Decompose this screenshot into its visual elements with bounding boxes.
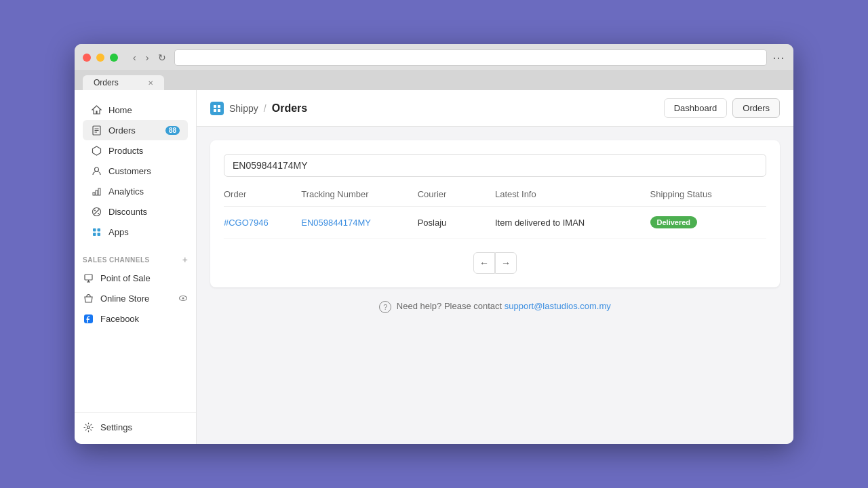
shipping-status: Delivered [650, 216, 766, 228]
svg-point-4 [94, 167, 98, 171]
tab-title: Orders [94, 78, 119, 87]
column-order: Order [224, 189, 301, 199]
sidebar-item-label: Discounts [108, 207, 147, 217]
svg-rect-12 [93, 228, 96, 232]
sidebar-item-label: Settings [100, 422, 132, 432]
content-area: Order Tracking Number Courier Latest Inf… [197, 127, 793, 444]
svg-rect-24 [218, 105, 220, 108]
browser-navigation: ‹ › ↻ [130, 51, 169, 64]
browser-menu-button[interactable]: ⋯ [772, 50, 785, 65]
tab-close-button[interactable]: ✕ [148, 79, 153, 87]
sidebar-item-settings[interactable]: Settings [75, 417, 196, 437]
svg-rect-23 [214, 105, 216, 108]
sidebar-item-label: Analytics [108, 186, 144, 197]
app-name: Shippy [229, 103, 258, 114]
column-courier: Courier [418, 189, 495, 199]
main-content: Shippy / Orders Dashboard Orders Order T… [197, 90, 793, 444]
svg-point-11 [98, 213, 99, 214]
svg-point-22 [87, 426, 90, 428]
search-card: Order Tracking Number Courier Latest Inf… [210, 140, 780, 287]
sidebar-item-label: Products [108, 146, 143, 156]
orders-button[interactable]: Orders [732, 98, 780, 118]
app-icon [210, 102, 224, 115]
sidebar-item-label: Online Store [100, 293, 149, 304]
settings-icon [83, 422, 94, 432]
sidebar-item-label: Apps [108, 227, 129, 237]
column-status: Shipping Status [650, 189, 766, 199]
breadcrumb-separator: / [264, 103, 267, 114]
header-actions: Dashboard Orders [664, 98, 780, 118]
sidebar: Home Orders 88 [75, 90, 197, 444]
search-input[interactable] [224, 154, 766, 177]
titlebar: ‹ › ↻ ⋯ [75, 44, 793, 71]
sidebar-item-apps[interactable]: Apps [83, 222, 188, 242]
close-button[interactable] [83, 54, 91, 62]
sidebar-item-discounts[interactable]: Discounts [83, 201, 188, 222]
svg-rect-14 [93, 232, 96, 236]
help-text: Need help? Please contact [397, 301, 505, 311]
sidebar-item-label: Home [108, 105, 132, 115]
maximize-button[interactable] [110, 54, 118, 62]
dashboard-button[interactable]: Dashboard [664, 98, 728, 118]
sidebar-item-facebook[interactable]: Facebook [75, 308, 196, 329]
svg-rect-7 [98, 188, 100, 195]
support-email-link[interactable]: support@lastudios.com.my [505, 301, 611, 311]
sidebar-item-customers[interactable]: Customers [83, 161, 188, 181]
sidebar-item-label: Customers [108, 166, 151, 176]
sidebar-item-analytics[interactable]: Analytics [83, 181, 188, 201]
svg-rect-16 [85, 274, 92, 280]
help-icon: ? [379, 301, 391, 313]
pagination: ← → [224, 252, 766, 274]
forward-button[interactable]: › [143, 51, 152, 64]
help-bar: ? Need help? Please contact support@last… [210, 287, 780, 327]
back-button[interactable]: ‹ [130, 51, 139, 64]
next-page-button[interactable]: → [495, 252, 517, 274]
svg-rect-5 [93, 192, 95, 195]
sidebar-item-label: Orders [108, 125, 136, 136]
orders-icon [91, 125, 102, 136]
reload-button[interactable]: ↻ [155, 51, 169, 64]
courier-name: Poslaju [418, 218, 495, 228]
column-latest-info: Latest Info [495, 189, 650, 199]
table-header: Order Tracking Number Courier Latest Inf… [224, 189, 766, 207]
sidebar-item-pos[interactable]: Point of Sale [75, 268, 196, 288]
svg-point-10 [94, 209, 96, 211]
svg-rect-6 [96, 190, 98, 195]
prev-page-button[interactable]: ← [473, 252, 495, 274]
products-icon [91, 145, 102, 156]
latest-info: Item delivered to IMAN [495, 218, 650, 228]
svg-rect-13 [97, 228, 100, 232]
tracking-number[interactable]: EN059844174MY [301, 218, 417, 228]
pos-icon [83, 272, 94, 283]
sidebar-item-home[interactable]: Home [83, 100, 188, 120]
tab-bar: Orders ✕ [75, 71, 793, 90]
sales-channels-header: SALES CHANNELS + [75, 247, 196, 268]
table-row: #CGO7946 EN059844174MY Poslaju Item deli… [224, 207, 766, 239]
svg-rect-25 [214, 109, 216, 112]
minimize-button[interactable] [96, 54, 104, 62]
apps-icon [91, 226, 102, 237]
tracking-link[interactable]: EN059844174MY [301, 218, 371, 228]
sidebar-item-products[interactable]: Products [83, 140, 188, 161]
online-store-eye-button[interactable] [178, 293, 188, 303]
svg-point-20 [182, 298, 184, 300]
orders-badge: 88 [165, 126, 180, 135]
browser-tab[interactable]: Orders ✕ [83, 75, 164, 90]
svg-rect-26 [218, 109, 220, 112]
sidebar-item-label: Point of Sale [100, 273, 151, 283]
analytics-icon [91, 186, 102, 197]
page-title: Orders [272, 102, 307, 115]
order-link[interactable]: #CGO7946 [224, 218, 269, 228]
breadcrumb: Shippy / Orders [210, 102, 307, 115]
customers-icon [91, 165, 102, 176]
status-badge: Delivered [650, 216, 698, 228]
add-sales-channel-button[interactable]: + [182, 254, 188, 265]
column-tracking: Tracking Number [301, 189, 417, 199]
address-bar[interactable] [174, 49, 767, 66]
store-icon [83, 293, 94, 304]
order-number[interactable]: #CGO7946 [224, 218, 301, 228]
sidebar-item-orders[interactable]: Orders 88 [83, 120, 188, 140]
svg-rect-15 [97, 232, 100, 236]
sidebar-item-online-store[interactable]: Online Store [75, 288, 196, 308]
facebook-icon [83, 313, 94, 324]
